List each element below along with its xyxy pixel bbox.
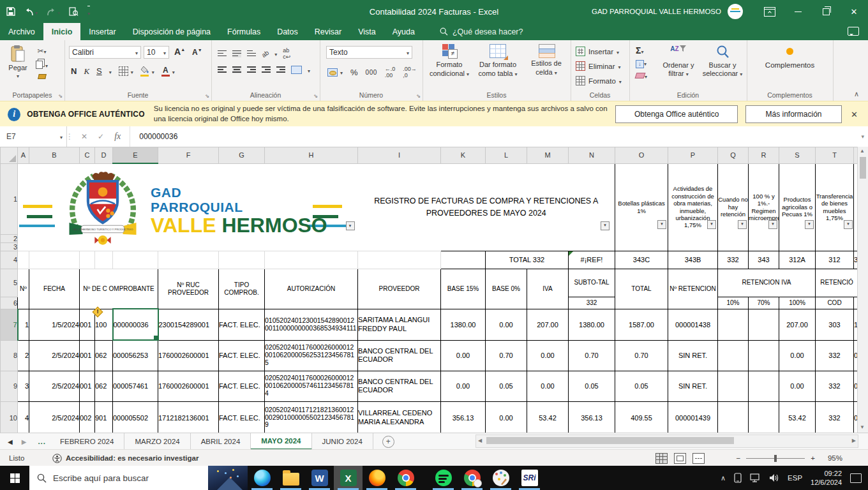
cell-header-retencion-fuente[interactable]: RETENCIÓ [816, 269, 858, 297]
tab-insertar[interactable]: Insertar [80, 23, 124, 40]
more-info-button[interactable]: Más información [745, 105, 842, 123]
number-dialog-launcher-icon[interactable] [416, 93, 421, 99]
sheet-tab-febrero[interactable]: FEBRERO 2024 [50, 433, 124, 450]
cell[interactable]: 2/5/2024 [29, 371, 80, 401]
cell[interactable]: 001 [80, 340, 95, 371]
tab-inicio[interactable]: Inicio [43, 23, 81, 40]
cell[interactable]: 0.70 [615, 340, 668, 371]
font-dialog-launcher-icon[interactable] [205, 93, 209, 99]
tray-expand-icon[interactable]: ∧ [721, 474, 726, 482]
cell[interactable] [749, 340, 779, 371]
cell[interactable] [718, 309, 749, 340]
percent-style-button[interactable]: % [350, 68, 358, 77]
cell-header-332[interactable]: 332 [569, 297, 615, 309]
cancel-entry-icon[interactable]: ✕ [81, 132, 87, 141]
cell-styles-button[interactable]: Estilos de celda [522, 44, 571, 77]
cell[interactable]: BANCO CENTRAL DEL ECUADOR [358, 371, 441, 401]
cell-header-subtotal[interactable]: SUBTO-TAL [569, 269, 615, 297]
cell-header-ruc[interactable]: Nº RUC PROVEEDOR [158, 269, 219, 309]
col-header-N[interactable]: N [569, 147, 615, 164]
cell[interactable] [158, 251, 219, 269]
decrease-decimal-icon[interactable]: .00→,0 [403, 66, 417, 78]
autosum-icon[interactable]: Σ [636, 45, 647, 56]
clear-icon[interactable] [636, 72, 647, 80]
cell[interactable]: 000056253 [113, 340, 158, 371]
cell[interactable]: 0.00 [486, 309, 527, 340]
fill-color-icon[interactable] [140, 66, 149, 77]
align-right-icon[interactable] [247, 66, 256, 73]
col-header-G[interactable]: G [219, 147, 265, 164]
cell[interactable]: 0.00 [486, 401, 527, 433]
normal-view-icon[interactable] [655, 453, 668, 464]
sheet-tab-junio[interactable]: JUNIO 2024 [312, 433, 373, 450]
cell[interactable]: 0.70 [486, 340, 527, 371]
taskbar-app-sri[interactable]: SRi [515, 466, 544, 490]
orientation-icon[interactable]: ab [260, 48, 270, 58]
row-header-1[interactable]: 1 [1, 163, 18, 234]
paste-button[interactable]: Pegar [5, 45, 31, 79]
clock[interactable]: 09:22 12/6/2024 [811, 469, 842, 487]
tab-ayuda[interactable]: Ayuda [384, 23, 423, 40]
cell[interactable]: 0.00 [527, 371, 569, 401]
cell[interactable]: 207.00 [527, 309, 569, 340]
undo-dropdown-icon[interactable] [35, 6, 38, 17]
font-size-combo[interactable]: 10 [144, 46, 169, 59]
cell[interactable]: 000001438 [668, 309, 718, 340]
cell-header-fecha[interactable]: FECHA [29, 269, 80, 309]
format-cells-button[interactable]: Formato [576, 76, 622, 85]
cell[interactable] [718, 371, 749, 401]
save-icon[interactable] [6, 7, 15, 16]
col-header-S[interactable]: S [779, 147, 816, 164]
minimize-button[interactable] [784, 0, 812, 23]
row-header-6[interactable]: 6 [1, 297, 18, 309]
col-header-L[interactable]: L [486, 147, 527, 164]
align-center-icon[interactable] [232, 66, 241, 73]
cell[interactable]: 303 [816, 309, 854, 340]
print-preview-icon[interactable] [69, 7, 79, 17]
underline-dropdown-icon[interactable] [109, 68, 112, 75]
accounting-dropdown-icon[interactable] [340, 68, 343, 76]
clipboard-dialog-launcher-icon[interactable] [58, 93, 63, 99]
scroll-right-icon[interactable]: ▶ [852, 438, 856, 443]
vertical-scroll-thumb[interactable] [860, 157, 866, 179]
taskbar-app-excel[interactable]: X [334, 466, 363, 490]
customize-qat-icon[interactable] [87, 6, 90, 18]
cell-header-100[interactable]: 100% [779, 297, 816, 309]
cell[interactable]: 0.00 [441, 340, 486, 371]
cell[interactable]: 1380.00 [569, 309, 615, 340]
tab-formulas[interactable]: Fórmulas [219, 23, 269, 40]
increase-indent-icon[interactable] [276, 66, 285, 73]
filter-dropdown-icon[interactable] [707, 220, 716, 229]
cell-header-comprobante[interactable]: Nº DE C OMPROBANTE [80, 269, 158, 309]
italic-button[interactable]: K [84, 66, 89, 77]
borders-dropdown-icon[interactable] [131, 68, 133, 75]
row-header-4[interactable]: 4 [1, 251, 18, 269]
merge-center-icon[interactable] [291, 66, 302, 74]
error-checking-icon[interactable]: ! [93, 308, 103, 318]
taskbar-search-input[interactable]: Escribe aquí para buscar [29, 466, 248, 490]
cell[interactable]: 2300154289001 [158, 309, 219, 340]
taskbar-app-edge[interactable] [248, 466, 276, 490]
cell[interactable]: 1712182136001 [158, 401, 219, 433]
cell[interactable] [358, 251, 441, 269]
filter-dropdown-icon[interactable] [844, 220, 853, 229]
comments-icon[interactable] [848, 27, 859, 36]
row-header-9[interactable]: 9 [1, 371, 18, 401]
taskbar-app-spotify[interactable] [429, 466, 458, 490]
cell[interactable]: 3 [18, 371, 29, 401]
align-left-icon[interactable] [218, 66, 227, 73]
start-button[interactable] [0, 466, 29, 490]
cell-header-total[interactable]: TOTAL [615, 269, 668, 309]
comma-style-button[interactable]: 000 [366, 69, 377, 76]
cell[interactable]: 0.00 [779, 371, 816, 401]
redo-icon[interactable] [47, 6, 60, 17]
tell-me-search[interactable]: ¿Qué desea hacer? [440, 23, 523, 40]
sheet-tab-abril[interactable]: ABRIL 2024 [191, 433, 251, 450]
cell[interactable] [219, 251, 265, 269]
format-as-table-button[interactable]: Dar formato como tabla [474, 44, 522, 78]
cell[interactable] [113, 251, 158, 269]
font-color-icon[interactable]: A [161, 66, 170, 77]
cell[interactable]: 000005502 [113, 401, 158, 433]
copy-icon[interactable] [36, 61, 48, 69]
col-header-Q[interactable]: Q [718, 147, 749, 164]
